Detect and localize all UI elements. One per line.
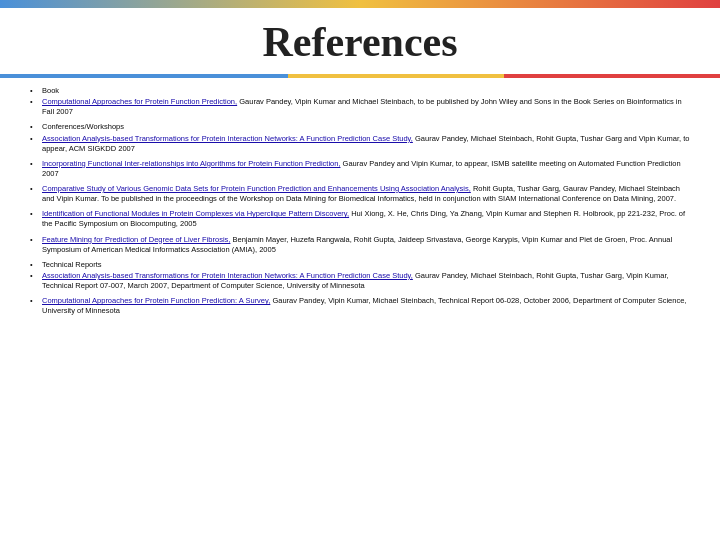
conf2-section: • Incorporating Functional Inter-relatio… bbox=[30, 159, 690, 179]
tech2-ref: • Computational Approaches for Protein F… bbox=[30, 296, 690, 316]
tech2-section: • Computational Approaches for Protein F… bbox=[30, 296, 690, 316]
title-underbar bbox=[0, 74, 720, 78]
conf-ref1: • Association Analysis-based Transformat… bbox=[30, 134, 690, 154]
conf4-ref: • Identification of Functional Modules i… bbox=[30, 209, 690, 229]
tech-label-row: • Technical Reports bbox=[30, 260, 690, 270]
tech-section: • Technical Reports • Association Analys… bbox=[30, 260, 690, 291]
conf-ref1-text: Association Analysis-based Transformatio… bbox=[42, 134, 690, 154]
conf-label-row: • Conferences/Workshops bbox=[30, 122, 690, 132]
conf4-ref-text: Identification of Functional Modules in … bbox=[42, 209, 690, 229]
conf5-ref-text: Feature Mining for Prediction of Degree … bbox=[42, 235, 690, 255]
book-label: Book bbox=[42, 86, 690, 96]
book-ref-link[interactable]: Computational Approaches for Protein Fun… bbox=[42, 97, 237, 106]
conf4-ref-link[interactable]: Identification of Functional Modules in … bbox=[42, 209, 349, 218]
conf4-section: • Identification of Functional Modules i… bbox=[30, 209, 690, 229]
book-section: • Book • Computational Approaches for Pr… bbox=[30, 86, 690, 117]
bullet: • bbox=[30, 184, 42, 204]
bullet: • bbox=[30, 97, 42, 117]
tech-label: Technical Reports bbox=[42, 260, 690, 270]
bullet: • bbox=[30, 134, 42, 154]
bullet: • bbox=[30, 122, 42, 132]
bullet: • bbox=[30, 260, 42, 270]
tech-ref1: • Association Analysis-based Transformat… bbox=[30, 271, 690, 291]
conf2-ref-link[interactable]: Incorporating Functional Inter-relations… bbox=[42, 159, 340, 168]
top-bar bbox=[0, 0, 720, 8]
book-label-row: • Book bbox=[30, 86, 690, 96]
bullet: • bbox=[30, 159, 42, 179]
conf-label: Conferences/Workshops bbox=[42, 122, 690, 132]
page: References • Book • Computational Approa… bbox=[0, 0, 720, 540]
conf-ref1-link[interactable]: Association Analysis-based Transformatio… bbox=[42, 134, 413, 143]
tech2-ref-link[interactable]: Computational Approaches for Protein Fun… bbox=[42, 296, 270, 305]
conf3-ref-link[interactable]: Comparative Study of Various Genomic Dat… bbox=[42, 184, 471, 193]
tech2-ref-text: Computational Approaches for Protein Fun… bbox=[42, 296, 690, 316]
conf3-section: • Comparative Study of Various Genomic D… bbox=[30, 184, 690, 204]
tech-ref1-link[interactable]: Association Analysis-based Transformatio… bbox=[42, 271, 413, 280]
book-ref-text: Computational Approaches for Protein Fun… bbox=[42, 97, 690, 117]
book-ref: • Computational Approaches for Protein F… bbox=[30, 97, 690, 117]
conf3-ref-text: Comparative Study of Various Genomic Dat… bbox=[42, 184, 690, 204]
bullet: • bbox=[30, 235, 42, 255]
tech-ref1-text: Association Analysis-based Transformatio… bbox=[42, 271, 690, 291]
bullet: • bbox=[30, 209, 42, 229]
conf5-ref: • Feature Mining for Prediction of Degre… bbox=[30, 235, 690, 255]
references-content: • Book • Computational Approaches for Pr… bbox=[0, 84, 720, 325]
conf2-ref-text: Incorporating Functional Inter-relations… bbox=[42, 159, 690, 179]
bullet: • bbox=[30, 86, 42, 96]
conf2-ref: • Incorporating Functional Inter-relatio… bbox=[30, 159, 690, 179]
conf5-ref-link[interactable]: Feature Mining for Prediction of Degree … bbox=[42, 235, 230, 244]
conf-section: • Conferences/Workshops • Association An… bbox=[30, 122, 690, 153]
bullet: • bbox=[30, 296, 42, 316]
conf5-section: • Feature Mining for Prediction of Degre… bbox=[30, 235, 690, 255]
conf3-ref: • Comparative Study of Various Genomic D… bbox=[30, 184, 690, 204]
bullet: • bbox=[30, 271, 42, 291]
page-title: References bbox=[0, 8, 720, 74]
